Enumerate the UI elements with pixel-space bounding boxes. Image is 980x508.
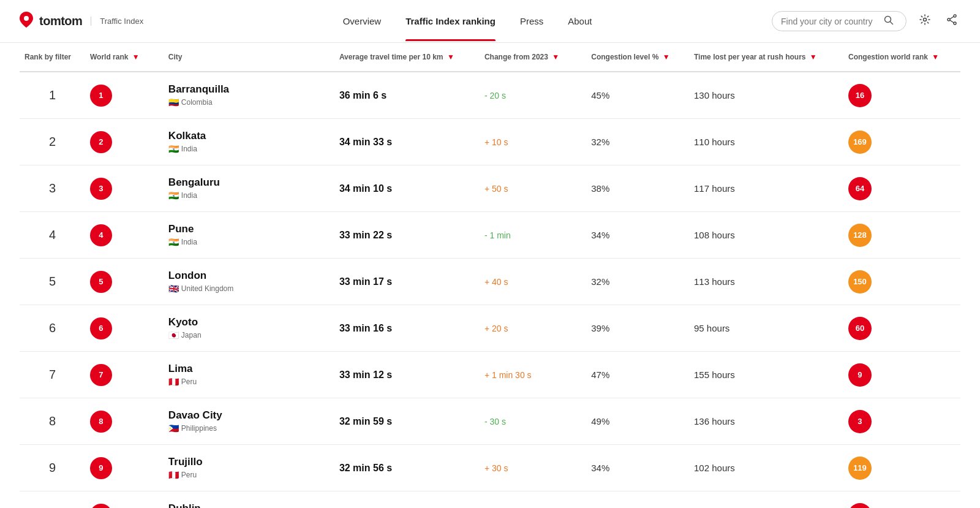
- time-lost-cell: 113 hours: [689, 259, 843, 305]
- nav-about[interactable]: About: [556, 1, 604, 41]
- table-row[interactable]: 6 6 Kyoto 🇯🇵 Japan 33 min 16 s + 20 s 39…: [20, 305, 960, 352]
- country-flag: 🇮🇳: [168, 144, 179, 154]
- svg-point-4: [948, 18, 950, 21]
- table-row[interactable]: 2 2 Kolkata 🇮🇳 India 34 min 33 s + 10 s …: [20, 119, 960, 165]
- table-row[interactable]: 7 7 Lima 🇵🇪 Peru 33 min 12 s + 1 min 30 …: [20, 352, 960, 398]
- world-rank-cell: 7: [85, 352, 164, 398]
- city-cell[interactable]: Kyoto 🇯🇵 Japan: [164, 305, 334, 352]
- congestion-cell: 34%: [586, 445, 689, 491]
- logo-text: tomtom: [39, 14, 82, 28]
- congestion-cell: 47%: [586, 491, 689, 509]
- table-container: Rank by filter World rank ▼ City Average…: [0, 43, 980, 508]
- change-value: - 20 s: [484, 91, 506, 100]
- country-flag: 🇵🇭: [168, 423, 179, 433]
- time-lost-cell: 155 hours: [689, 491, 843, 509]
- congestion-world-rank-badge: 3: [848, 410, 872, 433]
- rank-filter-cell: 8: [20, 398, 85, 445]
- city-name: Kyoto: [168, 316, 330, 328]
- avg-travel-time: 32 min 56 s: [339, 463, 392, 473]
- col-congestion[interactable]: Congestion level % ▼: [586, 43, 689, 72]
- city-country: 🇮🇳 India: [168, 191, 330, 200]
- rank-filter-cell: 4: [20, 212, 85, 259]
- table-row[interactable]: 10 10 Dublin 🇮🇪 Ireland 32 min 45 s + 40…: [20, 491, 960, 509]
- svg-point-5: [954, 22, 956, 25]
- cong-rank-cell: 3: [843, 398, 960, 445]
- congestion-level: 49%: [591, 416, 609, 426]
- congestion-cell: 34%: [586, 212, 689, 259]
- change-cell: - 20 s: [480, 72, 586, 119]
- world-rank-cell: 10: [85, 491, 164, 509]
- search-box[interactable]: [772, 11, 907, 31]
- rank-filter-cell: 1: [20, 72, 85, 119]
- table-row[interactable]: 8 8 Davao City 🇵🇭 Philippines 32 min 59 …: [20, 398, 960, 445]
- table-header-row: Rank by filter World rank ▼ City Average…: [20, 43, 960, 72]
- city-cell[interactable]: Trujillo 🇵🇪 Peru: [164, 445, 334, 491]
- nav-press[interactable]: Press: [508, 1, 556, 41]
- table-row[interactable]: 3 3 Bengaluru 🇮🇳 India 34 min 10 s + 50 …: [20, 165, 960, 212]
- city-cell[interactable]: London 🇬🇧 United Kingdom: [164, 259, 334, 305]
- nav-traffic-index-ranking[interactable]: Traffic Index ranking: [393, 1, 508, 41]
- country-flag: 🇨🇴: [168, 97, 179, 107]
- country-name: Philippines: [181, 424, 217, 433]
- city-cell[interactable]: Barranquilla 🇨🇴 Colombia: [164, 72, 334, 119]
- congestion-world-rank-badge: 64: [848, 177, 872, 200]
- city-country: 🇵🇪 Peru: [168, 470, 330, 480]
- congestion-world-rank-badge: 128: [848, 224, 872, 247]
- city-cell[interactable]: Dublin 🇮🇪 Ireland: [164, 491, 334, 509]
- col-time-lost[interactable]: Time lost per year at rush hours ▼: [689, 43, 843, 72]
- rank-number: 1: [24, 88, 80, 102]
- change-value: + 1 min 30 s: [484, 370, 532, 380]
- congestion-level: 34%: [591, 463, 609, 473]
- settings-button[interactable]: [916, 11, 933, 31]
- congestion-cell: 32%: [586, 259, 689, 305]
- city-name: Bengaluru: [168, 176, 330, 189]
- table-row[interactable]: 1 1 Barranquilla 🇨🇴 Colombia 36 min 6 s …: [20, 72, 960, 119]
- country-flag: 🇵🇪: [168, 377, 179, 387]
- avg-travel-time: 33 min 17 s: [339, 276, 392, 287]
- country-name: Japan: [181, 331, 202, 339]
- cong-rank-cell: 119: [843, 445, 960, 491]
- avg-travel-cell: 32 min 45 s: [334, 491, 480, 509]
- time-lost-value: 117 hours: [694, 183, 735, 194]
- change-cell: + 1 min 30 s: [480, 352, 586, 398]
- avg-travel-time: 34 min 10 s: [339, 183, 392, 194]
- time-lost-value: 155 hours: [694, 370, 735, 380]
- time-lost-value: 130 hours: [694, 90, 735, 100]
- avg-travel-cell: 36 min 6 s: [334, 72, 480, 119]
- col-world-rank[interactable]: World rank ▼: [85, 43, 164, 72]
- col-change[interactable]: Change from 2023 ▼: [480, 43, 586, 72]
- change-cell: + 30 s: [480, 445, 586, 491]
- city-cell[interactable]: Pune 🇮🇳 India: [164, 212, 334, 259]
- sort-arrow-congestion: ▼: [663, 53, 670, 61]
- city-cell[interactable]: Davao City 🇵🇭 Philippines: [164, 398, 334, 445]
- country-name: Peru: [181, 471, 197, 479]
- congestion-cell: 38%: [586, 165, 689, 212]
- country-flag: 🇮🇳: [168, 237, 179, 247]
- cong-rank-cell: 16: [843, 72, 960, 119]
- country-name: India: [181, 145, 197, 153]
- congestion-cell: 47%: [586, 352, 689, 398]
- city-cell[interactable]: Lima 🇵🇪 Peru: [164, 352, 334, 398]
- cong-rank-cell: 169: [843, 119, 960, 165]
- rank-number: 6: [24, 321, 80, 335]
- table-row[interactable]: 5 5 London 🇬🇧 United Kingdom 33 min 17 s…: [20, 259, 960, 305]
- change-value: + 40 s: [484, 277, 508, 287]
- nav-overview[interactable]: Overview: [331, 1, 394, 41]
- table-row[interactable]: 4 4 Pune 🇮🇳 India 33 min 22 s - 1 min 34…: [20, 212, 960, 259]
- share-button[interactable]: [943, 11, 960, 31]
- city-cell[interactable]: Bengaluru 🇮🇳 India: [164, 165, 334, 212]
- avg-travel-cell: 33 min 12 s: [334, 352, 480, 398]
- table-row[interactable]: 9 9 Trujillo 🇵🇪 Peru 32 min 56 s + 30 s …: [20, 445, 960, 491]
- city-country: 🇯🇵 Japan: [168, 330, 330, 340]
- world-rank-badge: 7: [90, 364, 112, 386]
- congestion-level: 47%: [591, 370, 609, 380]
- col-cong-rank[interactable]: Congestion world rank ▼: [843, 43, 960, 72]
- avg-travel-cell: 33 min 17 s: [334, 259, 480, 305]
- congestion-world-rank-badge: 16: [848, 84, 872, 107]
- col-avg-travel[interactable]: Average travel time per 10 km ▼: [334, 43, 480, 72]
- avg-travel-cell: 34 min 10 s: [334, 165, 480, 212]
- congestion-cell: 49%: [586, 398, 689, 445]
- avg-travel-time: 33 min 16 s: [339, 323, 392, 333]
- search-input[interactable]: [781, 17, 879, 26]
- city-cell[interactable]: Kolkata 🇮🇳 India: [164, 119, 334, 165]
